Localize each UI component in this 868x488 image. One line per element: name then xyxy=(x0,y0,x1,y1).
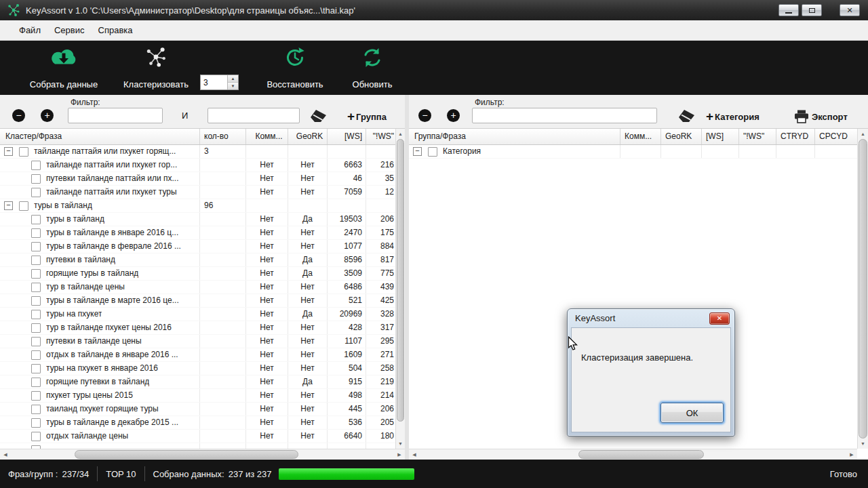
scroll-up-icon[interactable]: ▲ xyxy=(396,129,405,139)
row-checkbox[interactable] xyxy=(31,188,41,197)
maximize-button[interactable] xyxy=(802,4,822,16)
table-row[interactable]: −туры в тайланд96 xyxy=(0,199,395,213)
row-checkbox[interactable] xyxy=(19,147,28,157)
table-row[interactable]: тайланде паттайя или пхукет гор...НетНет… xyxy=(0,159,395,172)
close-button[interactable]: ✕ xyxy=(840,4,860,16)
scrollbar-thumb[interactable] xyxy=(859,139,867,439)
column-header[interactable]: Комм... xyxy=(246,129,288,144)
collapse-all-button[interactable]: − xyxy=(12,109,25,122)
scroll-left-icon[interactable]: ◀ xyxy=(0,449,11,460)
scrollbar-thumb[interactable] xyxy=(578,450,704,459)
clear-filter-button[interactable] xyxy=(677,108,696,126)
collect-data-button[interactable]: Собрать данные xyxy=(12,46,115,89)
table-row[interactable]: тур в тайланде пхукет цены 2016НетНет428… xyxy=(0,321,395,335)
spinner-down-icon[interactable]: ▼ xyxy=(228,82,238,89)
right-vertical-scrollbar[interactable]: ▲ ▼ xyxy=(857,129,868,449)
row-checkbox[interactable] xyxy=(31,174,41,184)
row-checkbox[interactable] xyxy=(31,215,41,224)
table-row[interactable]: горящие туры в тайландНетДа3509775 xyxy=(0,267,395,281)
refresh-button[interactable]: Обновить xyxy=(341,46,403,89)
row-checkbox[interactable] xyxy=(31,269,41,279)
table-row[interactable]: пхукет туры цены 2015НетНет498214 xyxy=(0,389,395,403)
table-row[interactable]: туры на пхукетНетДа20969328 xyxy=(0,308,395,321)
filter-input[interactable] xyxy=(472,108,657,123)
column-header[interactable]: Кластер/Фраза xyxy=(0,129,200,144)
column-header[interactable]: Группа/Фраза xyxy=(409,129,620,144)
row-checkbox[interactable] xyxy=(31,161,41,170)
left-horizontal-scrollbar[interactable]: ◀ ▶ xyxy=(0,449,405,460)
dialog-close-button[interactable]: ✕ xyxy=(709,312,730,325)
expand-all-button[interactable]: + xyxy=(447,109,460,122)
restore-button[interactable]: Восстановить xyxy=(260,46,330,89)
row-checkbox[interactable] xyxy=(31,242,41,251)
table-row[interactable]: тайланде паттайя или пхукет турыНетНет70… xyxy=(0,186,395,199)
left-vertical-scrollbar[interactable]: ▲ ▼ xyxy=(395,129,405,449)
table-row[interactable]: −тайланде паттайя или пхукет горящ...3 xyxy=(0,145,395,159)
row-checkbox[interactable] xyxy=(31,228,41,238)
cluster-count-spinner[interactable]: ▲ ▼ xyxy=(200,75,239,90)
scroll-right-icon[interactable]: ▶ xyxy=(846,449,857,460)
row-checkbox[interactable] xyxy=(31,310,41,319)
row-checkbox[interactable] xyxy=(31,432,41,441)
export-button[interactable]: Экспорт xyxy=(794,108,848,125)
table-row[interactable]: тур в тайланде ценыНетНет6486439 xyxy=(0,281,395,294)
filter-input-2[interactable] xyxy=(208,108,300,123)
right-horizontal-scrollbar[interactable]: ◀ ▶ xyxy=(409,449,857,460)
expand-collapse-icon[interactable]: − xyxy=(413,147,422,156)
table-row[interactable]: туры в тайланде в марте 2016 це...НетНет… xyxy=(0,294,395,308)
table-row[interactable]: отдых тайланде ценыНетНет6640180 xyxy=(0,430,395,443)
table-row[interactable]: туры в тайланде в феврале 2016 ...НетНет… xyxy=(0,240,395,253)
expand-collapse-icon[interactable]: − xyxy=(4,201,13,210)
row-checkbox[interactable] xyxy=(31,405,41,414)
row-checkbox[interactable] xyxy=(31,350,41,360)
scrollbar-thumb[interactable] xyxy=(397,139,404,422)
table-row[interactable] xyxy=(0,443,395,449)
row-checkbox[interactable] xyxy=(31,418,41,428)
scrollbar-thumb[interactable] xyxy=(75,450,298,459)
filter-input-1[interactable] xyxy=(68,108,163,123)
row-checkbox[interactable] xyxy=(31,296,41,306)
table-row[interactable]: туры в тайланде в декабре 2015 ...НетНет… xyxy=(0,416,395,430)
cluster-count-input[interactable] xyxy=(201,75,227,89)
spinner-up-icon[interactable]: ▲ xyxy=(228,75,238,82)
row-checkbox[interactable] xyxy=(31,256,41,265)
column-header[interactable]: [WS] xyxy=(328,129,366,144)
scroll-down-icon[interactable]: ▼ xyxy=(396,439,405,449)
expand-all-button[interactable]: + xyxy=(41,109,54,122)
scroll-up-icon[interactable]: ▲ xyxy=(858,129,868,139)
scroll-right-icon[interactable]: ▶ xyxy=(394,449,405,460)
row-checkbox[interactable] xyxy=(31,391,41,401)
collapse-all-button[interactable]: − xyxy=(418,109,431,122)
table-row[interactable]: таиланд пхукет горящие турыНетНет445206 xyxy=(0,403,395,416)
scroll-left-icon[interactable]: ◀ xyxy=(409,449,420,460)
clear-filter-button[interactable] xyxy=(309,108,328,126)
clusterize-button[interactable]: Кластеризовать xyxy=(121,46,191,89)
menu-file[interactable]: Файл xyxy=(12,22,47,38)
row-checkbox[interactable] xyxy=(31,283,41,292)
column-header[interactable]: Комм... xyxy=(620,129,661,144)
column-header[interactable]: [WS] xyxy=(702,129,739,144)
column-header[interactable]: "!WS" xyxy=(739,129,776,144)
menu-help[interactable]: Справка xyxy=(92,22,140,38)
table-row[interactable]: туры в тайланде в январе 2016 ц...НетНет… xyxy=(0,226,395,240)
table-row[interactable]: отдых в тайланде в январе 2016 ...НетНет… xyxy=(0,348,395,362)
add-group-button[interactable]: + Группа xyxy=(347,108,387,125)
minimize-button[interactable] xyxy=(778,4,799,16)
row-checkbox[interactable] xyxy=(428,147,437,157)
column-header[interactable]: "!WS" xyxy=(366,129,395,144)
menu-service[interactable]: Сервис xyxy=(47,22,92,38)
scroll-down-icon[interactable]: ▼ xyxy=(858,439,868,449)
add-category-button[interactable]: + Категория xyxy=(706,108,760,125)
row-checkbox[interactable] xyxy=(31,337,41,346)
table-row[interactable]: −Категория xyxy=(409,145,857,159)
column-header[interactable]: CPCYD xyxy=(815,129,857,144)
expand-collapse-icon[interactable]: − xyxy=(4,147,13,156)
table-row[interactable]: путевки в тайландНетДа8596817 xyxy=(0,253,395,267)
row-checkbox[interactable] xyxy=(31,323,41,333)
table-row[interactable]: горящие путевки в тайландНетДа915219 xyxy=(0,375,395,389)
table-row[interactable]: туры на пхукет в январе 2016НетНет504258 xyxy=(0,362,395,375)
dialog-ok-button[interactable]: ОК xyxy=(660,403,724,423)
row-checkbox[interactable] xyxy=(31,364,41,373)
column-header[interactable]: GeoRK xyxy=(661,129,702,144)
column-header[interactable]: GeoRK xyxy=(288,129,328,144)
